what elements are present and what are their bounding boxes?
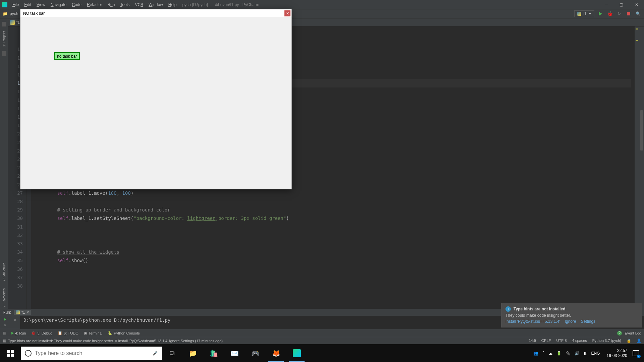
tray-time: 22:57: [607, 348, 627, 353]
tab-run[interactable]: 4: Run: [11, 331, 26, 335]
project-icon[interactable]: [2, 22, 6, 26]
tab-terminal[interactable]: ▣ Terminal: [84, 331, 103, 335]
windows-taskbar: 🎤 ⧉ 📁 🛍️ ✉️ 🎮 🦊 👥 ˄ ☁ 🔋 🔌 🔊 ◧ ENG 22:57 …: [0, 344, 644, 362]
tray-expand-icon[interactable]: ˄: [542, 351, 544, 356]
main-menubar: File Edit View Navigate Code Refactor Ru…: [10, 2, 179, 7]
windows-logo-icon: [7, 350, 14, 357]
run-config-dropdown[interactable]: f1: [574, 10, 594, 17]
taskbar-mail[interactable]: ✉️: [224, 344, 245, 362]
left-tab-project[interactable]: 1: Project: [2, 28, 6, 50]
python-file-icon: [10, 20, 15, 25]
start-button[interactable]: [0, 344, 21, 362]
left-tab-structure[interactable]: 7: Structure: [2, 259, 6, 285]
info-icon: i: [505, 306, 511, 312]
menu-view[interactable]: View: [34, 2, 48, 7]
menu-refactor[interactable]: Refactor: [85, 2, 104, 7]
notification-title: Type hints are not installed: [514, 307, 565, 311]
tab-debug[interactable]: 🐞 5: Debug: [31, 331, 52, 335]
run-panel-title: Run:: [3, 310, 11, 315]
debug-button[interactable]: 🐞: [606, 10, 613, 17]
popup-label: no task bar: [54, 52, 80, 60]
search-everywhere-button[interactable]: 🔍: [635, 10, 641, 17]
taskbar-search-input[interactable]: [35, 350, 149, 356]
rerun-button[interactable]: [4, 318, 6, 321]
tab-todo[interactable]: 📋 6: TODO: [58, 331, 78, 335]
mic-icon[interactable]: 🎤: [153, 351, 158, 356]
notification-action-ignore[interactable]: Ignore: [565, 319, 576, 324]
menu-navigate[interactable]: Navigate: [48, 2, 69, 7]
pycharm-app-icon: [2, 2, 7, 7]
run-expand-button[interactable]: »: [4, 323, 6, 327]
status-cursor-pos[interactable]: 14:9: [529, 339, 536, 343]
menu-file[interactable]: File: [10, 2, 21, 7]
status-sdk[interactable]: Python 3.7 (pych): [592, 339, 621, 343]
tray-app-icon[interactable]: ◧: [584, 351, 587, 356]
ide-titlebar: File Edit View Navigate Code Refactor Ru…: [0, 0, 644, 9]
tray-people-icon[interactable]: 👥: [533, 351, 538, 356]
coverage-button[interactable]: ↻: [616, 10, 623, 17]
status-encoding[interactable]: UTF-8: [556, 339, 567, 343]
editor-vertical-scrollbar[interactable]: [639, 26, 644, 318]
run-button[interactable]: [597, 10, 604, 17]
popup-close-button[interactable]: ✕: [284, 10, 290, 16]
structure-icon[interactable]: [2, 51, 6, 56]
menu-run[interactable]: Run: [105, 2, 117, 7]
left-tool-strip: 1: Project 7: Structure 2: Favorites ★: [0, 18, 8, 318]
status-indent[interactable]: 4 spaces: [572, 339, 587, 343]
run-toggle-button[interactable]: »: [14, 317, 16, 322]
stop-icon: [627, 12, 630, 15]
bottom-tool-tabs: ▦ 4: Run 🐞 5: Debug 📋 6: TODO ▣ Terminal…: [0, 329, 644, 337]
tray-language[interactable]: ENG: [591, 351, 600, 356]
menu-tools[interactable]: Tools: [118, 2, 132, 7]
taskbar-explorer[interactable]: 📁: [182, 344, 203, 362]
menu-vcs[interactable]: VCS: [132, 2, 146, 7]
notification-count: 4: [637, 355, 641, 358]
notification-popup: i Type hints are not installed They coul…: [501, 303, 642, 327]
cortana-icon: [25, 350, 32, 357]
taskbar-store[interactable]: 🛍️: [203, 344, 224, 362]
taskbar-predator[interactable]: 🎮: [245, 344, 266, 362]
menu-code[interactable]: Code: [69, 2, 84, 7]
tray-clock[interactable]: 22:57 16-03-2020: [607, 348, 627, 358]
system-tray: 👥 ˄ ☁ 🔋 🔌 🔊 ◧ ENG 22:57 16-03-2020 4: [533, 348, 644, 358]
ide-statusbar: ▦ Type hints are not installed: They cou…: [0, 337, 644, 344]
run-tab-name[interactable]: f1: [21, 310, 25, 315]
tool-window-button[interactable]: ▦: [3, 331, 6, 335]
breadcrumb-root[interactable]: pych: [10, 11, 18, 16]
tray-onedrive-icon[interactable]: ☁: [548, 351, 552, 356]
event-log-badge: 2: [617, 331, 622, 336]
taskbar-firefox[interactable]: 🦊: [266, 344, 286, 362]
window-close-button[interactable]: ✕: [629, 0, 644, 9]
tray-volume-icon[interactable]: 🔊: [575, 351, 580, 356]
tray-network-icon[interactable]: 🔌: [566, 351, 571, 356]
status-inspector-icon[interactable]: 👤: [637, 339, 641, 343]
status-line-sep[interactable]: CRLF: [541, 339, 551, 343]
stop-button[interactable]: [625, 10, 632, 17]
task-view-button[interactable]: ⧉: [162, 344, 182, 362]
notification-action-install[interactable]: Install 'PyQt5-stubs==5.13.1.4': [505, 319, 560, 324]
tab-event-log[interactable]: Event Log: [625, 331, 641, 335]
python-icon: [577, 12, 581, 16]
qt-popup-window: NO task bar ✕ no task bar: [20, 9, 292, 189]
menu-edit[interactable]: Edit: [22, 2, 34, 7]
window-maximize-button[interactable]: ▢: [614, 0, 629, 9]
menu-help[interactable]: Help: [166, 2, 179, 7]
window-title: pych [D:\pych] - ...\bhuvan\f1.py - PyCh…: [182, 2, 259, 7]
left-tab-favorites[interactable]: 2: Favorites: [2, 285, 6, 311]
run-config-name: f1: [583, 11, 587, 16]
status-lock-icon[interactable]: 🔒: [627, 339, 631, 343]
tab-python-console[interactable]: 🐍 Python Console: [108, 331, 140, 335]
tray-battery-icon[interactable]: 🔋: [556, 351, 561, 356]
notification-action-settings[interactable]: Settings: [581, 319, 595, 324]
notification-body: They could make code insight better.: [505, 313, 638, 318]
action-center-button[interactable]: 4: [631, 349, 641, 358]
chevron-down-icon: [589, 13, 591, 15]
taskbar-search[interactable]: 🎤: [21, 347, 162, 360]
menu-window[interactable]: Window: [146, 2, 165, 7]
play-icon: [599, 12, 602, 16]
close-run-tab[interactable]: ×: [26, 310, 29, 315]
taskbar-pycharm[interactable]: [286, 344, 307, 362]
python-icon: [16, 310, 20, 314]
editor-marks-gutter: [635, 26, 639, 318]
window-minimize-button[interactable]: ─: [599, 0, 614, 9]
